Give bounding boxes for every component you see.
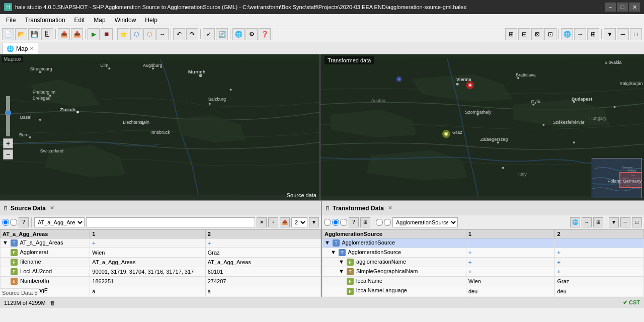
tab-bar: 🌐 Map ✕ bbox=[0, 42, 644, 54]
source-clear-btn[interactable]: ✕ bbox=[257, 217, 267, 227]
transformed-nav-down[interactable]: ▼ bbox=[609, 217, 619, 227]
table-row[interactable]: ▶ T environmentalDomain + + bbox=[323, 296, 644, 297]
transformed-radio-4[interactable] bbox=[376, 219, 383, 226]
save-as-button[interactable]: 🗄 bbox=[41, 28, 53, 40]
zoom-in-button[interactable]: + bbox=[3, 138, 13, 148]
source-schema-dropdown[interactable]: AT_a_Agg_Areas bbox=[34, 217, 85, 227]
source-panel-icon: 🗒 bbox=[3, 205, 9, 211]
export-button[interactable]: 📤 bbox=[58, 28, 70, 40]
transformed-panel-close[interactable]: ✕ bbox=[388, 205, 392, 211]
table-row[interactable]: F Agglomerat Wien Graz bbox=[1, 248, 321, 258]
transformed-nav-min[interactable]: ─ bbox=[620, 217, 630, 227]
svg-text:Budapest: Budapest bbox=[572, 97, 592, 102]
menu-window[interactable]: Window bbox=[111, 15, 140, 26]
transformed-grid-btn[interactable]: ⊞ bbox=[593, 217, 603, 227]
expand-icon[interactable]: ▼ bbox=[3, 239, 8, 246]
table-row[interactable]: ▼ F agglomerationName + + bbox=[323, 258, 644, 267]
layout-btn-2[interactable]: ⊟ bbox=[518, 28, 530, 40]
source-export-btn[interactable]: 📤 bbox=[280, 217, 290, 227]
transformed-options-btn[interactable]: ⊞ bbox=[360, 217, 370, 227]
run-button[interactable]: ▶ bbox=[88, 28, 100, 40]
table-row[interactable]: ▼ T AgglomerationSource bbox=[323, 238, 644, 248]
layout-btn-3[interactable]: ⊠ bbox=[531, 28, 543, 40]
svg-point-9 bbox=[39, 119, 41, 121]
import-button[interactable]: 📥 bbox=[71, 28, 83, 40]
transformed-nav-max[interactable]: □ bbox=[632, 217, 642, 227]
menu-file[interactable]: File bbox=[2, 15, 20, 26]
transformed-radio-5[interactable] bbox=[384, 219, 391, 226]
schema-target-button[interactable]: ⬡ bbox=[143, 28, 155, 40]
table-row[interactable]: F localNameLanguage deu deu bbox=[323, 286, 644, 296]
save-button[interactable]: 💾 bbox=[28, 28, 40, 40]
svg-text:Zurich: Zurich bbox=[60, 107, 75, 112]
source-add-btn[interactable]: + bbox=[268, 217, 278, 227]
globe-button[interactable]: 🌐 bbox=[561, 28, 573, 40]
zoom-out-button[interactable]: − bbox=[3, 149, 13, 159]
svg-text:Italy: Italy bbox=[518, 172, 527, 177]
grid-button[interactable]: ⊞ bbox=[587, 28, 599, 40]
menu-transformation[interactable]: Transformation bbox=[21, 15, 69, 26]
validate-button[interactable]: ✓ bbox=[203, 28, 215, 40]
stop-button[interactable]: ⏹ bbox=[101, 28, 113, 40]
source-radio-filter[interactable] bbox=[10, 219, 17, 226]
transform-button[interactable]: 🔄 bbox=[216, 28, 228, 40]
nav-down[interactable]: ▼ bbox=[604, 28, 616, 40]
layout-btn-4[interactable]: ⊡ bbox=[544, 28, 556, 40]
table-row[interactable]: F ReportingE a a bbox=[1, 286, 321, 296]
table-row[interactable]: ▼ T AT_a_Agg_Areas + + bbox=[1, 238, 321, 248]
arrow-button[interactable]: → bbox=[574, 28, 586, 40]
source-radio-all[interactable] bbox=[2, 219, 9, 226]
expand-icon[interactable]: ▼ bbox=[339, 268, 344, 274]
source-page-select[interactable]: 2 bbox=[291, 217, 307, 227]
table-row[interactable]: F filename AT_a_Agg_Areas AT_a_Agg_Areas bbox=[1, 258, 321, 267]
transformed-arrow-btn[interactable]: → bbox=[582, 217, 592, 227]
transformed-globe-btn[interactable]: 🌐 bbox=[570, 217, 580, 227]
transformed-radio-2[interactable] bbox=[332, 219, 339, 226]
menu-edit[interactable]: Edit bbox=[70, 15, 89, 26]
map-tab[interactable]: 🌐 Map ✕ bbox=[2, 43, 38, 54]
schema-source-button[interactable]: ⬡ bbox=[130, 28, 142, 40]
clear-memory-button[interactable]: 🗑 bbox=[50, 300, 55, 306]
transformed-help-btn[interactable]: ? bbox=[349, 217, 359, 227]
table-row[interactable]: ▼ T AgglomerationSource + + bbox=[323, 248, 644, 258]
mapping-button[interactable]: ↔ bbox=[156, 28, 169, 40]
help-button[interactable]: ❓ bbox=[259, 28, 271, 40]
tab-close-button[interactable]: ✕ bbox=[30, 46, 34, 51]
maximize-button[interactable]: □ bbox=[617, 3, 628, 12]
table-row[interactable]: F localName Wien Graz bbox=[323, 277, 644, 286]
table-row[interactable]: 8 NumberofIn 1862251 274207 bbox=[1, 277, 321, 286]
undo-button[interactable]: ↶ bbox=[173, 28, 185, 40]
settings-button[interactable]: ⚙ bbox=[246, 28, 258, 40]
expand-icon[interactable]: ▼ bbox=[331, 249, 336, 255]
transformed-radio-all[interactable] bbox=[324, 219, 331, 226]
layout-btn-1[interactable]: ⊞ bbox=[505, 28, 517, 40]
web-button[interactable]: 🌐 bbox=[232, 28, 245, 40]
svg-text:Basel: Basel bbox=[20, 115, 31, 120]
table-row[interactable]: ▼ T SimpleGeographicalNam + + bbox=[323, 267, 644, 277]
menu-help[interactable]: Help bbox=[141, 15, 162, 26]
source-help-btn[interactable]: ? bbox=[19, 217, 29, 227]
source-col-2: 2 bbox=[205, 230, 320, 238]
new-button[interactable]: 📄 bbox=[2, 28, 14, 40]
star-button[interactable]: ⭐ bbox=[117, 28, 129, 40]
source-search-input[interactable] bbox=[86, 217, 255, 227]
table-row[interactable]: F LocLAU2cod 90001, 31719, 31704, 31716,… bbox=[1, 267, 321, 277]
menu-map[interactable]: Map bbox=[90, 15, 109, 26]
transformed-schema-dropdown[interactable]: AgglomerationSource bbox=[392, 217, 458, 227]
zoom-handle[interactable] bbox=[5, 111, 11, 115]
open-button[interactable]: 📂 bbox=[15, 28, 27, 40]
source-data-label: Source data bbox=[287, 192, 316, 198]
zoom-slider[interactable] bbox=[6, 96, 10, 136]
expand-icon[interactable]: ▼ bbox=[325, 239, 330, 246]
expand-icon[interactable]: ▼ bbox=[339, 259, 344, 265]
nav-min[interactable]: ─ bbox=[617, 28, 629, 40]
source-page-btn[interactable]: ▼ bbox=[309, 217, 319, 227]
redo-button[interactable]: ↷ bbox=[186, 28, 198, 40]
source-panel-close[interactable]: ✕ bbox=[50, 205, 54, 211]
svg-point-41 bbox=[573, 141, 575, 143]
transformed-data-label: Transformed data bbox=[325, 56, 374, 64]
close-button[interactable]: ✕ bbox=[629, 3, 640, 12]
minimize-button[interactable]: − bbox=[605, 3, 616, 12]
nav-max[interactable]: □ bbox=[630, 28, 642, 40]
transformed-radio-3[interactable] bbox=[340, 219, 347, 226]
